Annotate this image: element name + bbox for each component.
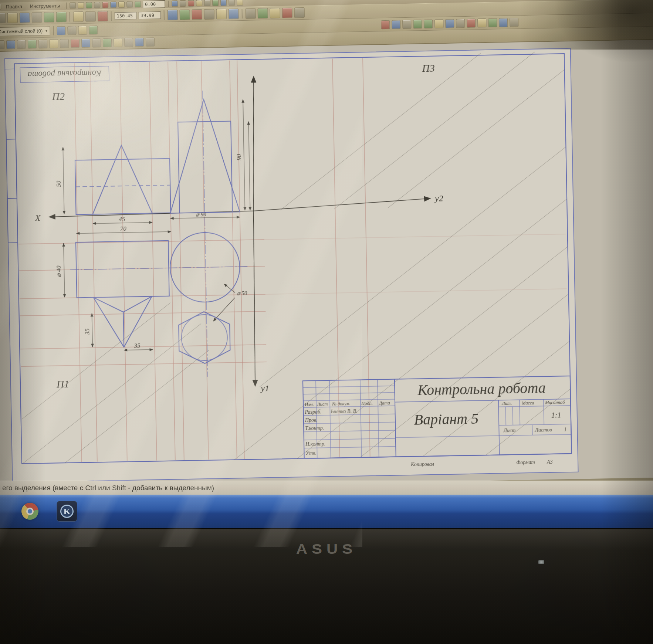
tb-scale: 1:1 xyxy=(551,411,561,419)
tool-icon[interactable] xyxy=(499,18,508,27)
tb-lit: Лит. xyxy=(501,401,512,406)
tool-icon[interactable] xyxy=(392,20,400,29)
tool-icon[interactable] xyxy=(434,19,443,28)
tb-sheets-num: 1 xyxy=(564,427,566,432)
tool-icon[interactable] xyxy=(467,18,476,27)
tool-icon[interactable] xyxy=(381,20,390,29)
tb-copied: Копировал xyxy=(410,461,434,467)
tb-doc-title: Контрольна робота xyxy=(417,379,546,398)
tb-sheets: Листов xyxy=(534,427,552,433)
tool-icon[interactable] xyxy=(488,18,497,27)
tb-massa: Масса xyxy=(521,400,534,406)
tool-icon[interactable] xyxy=(445,19,454,28)
tb-masshtab: Масштаб xyxy=(545,400,565,405)
tb-col-podp: Подп. xyxy=(361,401,373,406)
tool-icon[interactable] xyxy=(424,19,433,28)
tb-sheet: Лист xyxy=(503,428,515,434)
tb-format-value: А3 xyxy=(547,459,553,465)
glare-glow xyxy=(0,0,207,89)
tb-variant: Варіант 5 xyxy=(414,410,478,428)
tool-icon[interactable] xyxy=(456,19,465,28)
photo-of-laptop-screen: Правка Инструменты 0.00 150.45 39.99 xyxy=(0,0,653,644)
tb-col-data: Дата xyxy=(379,400,390,406)
tool-icon[interactable] xyxy=(402,20,411,28)
tool-icon[interactable] xyxy=(510,18,518,27)
tool-icon[interactable] xyxy=(413,20,422,28)
label-y2: y2 xyxy=(434,193,443,203)
tb-format-label: Формат xyxy=(516,460,535,465)
webcam-led xyxy=(538,560,544,564)
tool-icon[interactable] xyxy=(477,18,486,27)
label-p3: П3 xyxy=(422,62,435,74)
